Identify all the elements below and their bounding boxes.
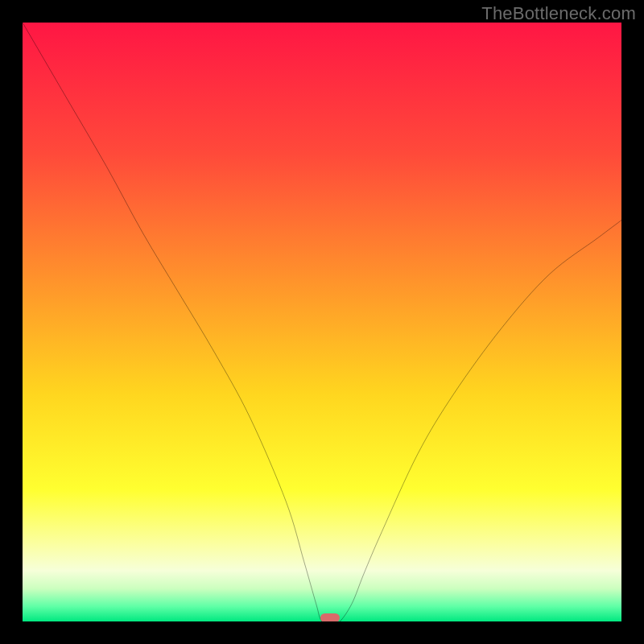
plot-area	[23, 23, 621, 621]
bottleneck-curve	[23, 23, 621, 621]
chart-frame: TheBottleneck.com	[0, 0, 644, 644]
minimum-marker	[320, 613, 340, 621]
watermark-text: TheBottleneck.com	[481, 3, 636, 24]
